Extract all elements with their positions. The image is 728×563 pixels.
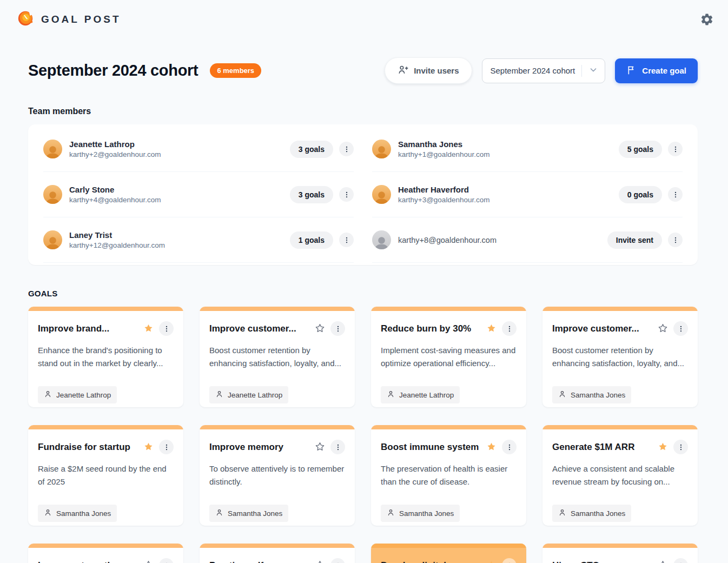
goal-assignee-name: Samantha Jones xyxy=(399,509,454,518)
member-name: Samantha Jones xyxy=(398,140,489,149)
star-icon[interactable] xyxy=(486,323,497,334)
star-icon[interactable] xyxy=(143,441,154,453)
member-info: Samantha Jones karthy+1@goaldenhour.com xyxy=(398,140,489,158)
kebab-menu-icon[interactable] xyxy=(330,558,345,563)
star-icon[interactable] xyxy=(657,441,669,453)
goal-assignee-name: Samantha Jones xyxy=(571,391,625,399)
goal-assignee-name: Jeanette Lathrop xyxy=(399,391,454,399)
goal-assignee-name: Samantha Jones xyxy=(228,509,282,518)
person-icon xyxy=(44,508,52,518)
goal-card-accent-bar xyxy=(542,307,698,311)
goal-card[interactable]: Improve brand... Enh xyxy=(28,307,183,407)
goalpost-clock-logo-icon xyxy=(17,10,34,29)
goal-title: Develop digital... xyxy=(381,560,481,563)
kebab-menu-icon[interactable] xyxy=(330,321,345,336)
goal-card-header: Generate $1M ARR xyxy=(552,440,688,454)
kebab-menu-icon[interactable] xyxy=(673,321,688,336)
goal-card[interactable]: Improve customer... xyxy=(542,307,698,407)
goal-card-body: Fundraise for startup xyxy=(28,429,183,526)
kebab-menu-icon[interactable] xyxy=(330,440,345,454)
goal-card[interactable]: Practice self... xyxy=(200,544,355,563)
team-members-card: Jeanette Lathrop karthy+2@goaldenhour.co… xyxy=(28,124,698,265)
goal-card-body: Improve memory To ob xyxy=(200,429,355,526)
goal-title: Practice self... xyxy=(209,560,309,563)
kebab-menu-icon[interactable] xyxy=(673,558,688,563)
member-goals-badge: 1 goals xyxy=(290,231,333,249)
goal-card[interactable]: Reduce burn by 30% I xyxy=(371,307,526,407)
goal-assignee-chip: Jeanette Lathrop xyxy=(381,386,460,403)
member-row: Samantha Jones karthy+1@goaldenhour.com … xyxy=(372,127,683,172)
member-goals-badge: 3 goals xyxy=(290,186,333,203)
goal-assignee-chip: Jeanette Lathrop xyxy=(209,386,288,403)
goal-card-header: Improve customer... xyxy=(209,321,345,336)
head-actions: Invite users September 2024 cohort xyxy=(385,57,698,84)
member-avatar xyxy=(372,230,391,249)
goal-card-body: Reduce burn by 30% I xyxy=(371,311,526,407)
goal-card[interactable]: Generate $1M ARR Ach xyxy=(542,425,698,526)
member-info: karthy+8@goaldenhour.com xyxy=(398,236,497,244)
kebab-menu-icon[interactable] xyxy=(673,440,688,454)
member-avatar xyxy=(372,185,391,204)
chevron-down-icon xyxy=(588,65,598,76)
kebab-menu-icon[interactable] xyxy=(159,321,174,336)
star-icon[interactable] xyxy=(486,441,497,453)
goal-card-header: Improve memory xyxy=(209,440,345,454)
create-goal-button[interactable]: Create goal xyxy=(615,58,698,83)
star-outline-icon[interactable] xyxy=(143,560,154,563)
goal-card-body: Practice self... xyxy=(200,548,355,563)
star-outline-icon[interactable] xyxy=(657,323,669,334)
goal-card[interactable]: Improve strength xyxy=(28,544,183,563)
goal-card-accent-bar xyxy=(28,544,183,548)
goal-title: Improve memory xyxy=(209,442,309,453)
member-avatar xyxy=(43,185,62,204)
member-name: Heather Haverford xyxy=(398,185,489,194)
goal-card[interactable]: Hire a CTO xyxy=(542,544,698,563)
member-email: karthy+12@goaldenhour.com xyxy=(69,241,165,249)
goal-card[interactable]: Improve memory To ob xyxy=(200,425,355,526)
star-icon[interactable] xyxy=(143,323,154,334)
kebab-menu-icon[interactable] xyxy=(159,440,174,454)
invite-users-button[interactable]: Invite users xyxy=(385,57,472,84)
star-outline-icon[interactable] xyxy=(657,560,669,563)
person-icon xyxy=(387,390,395,400)
goal-card[interactable]: Fundraise for startup xyxy=(28,425,183,526)
goal-card-accent-bar xyxy=(542,544,698,548)
kebab-menu-icon[interactable] xyxy=(339,233,354,247)
kebab-menu-icon[interactable] xyxy=(339,142,354,156)
goal-card-body: Improve strength xyxy=(28,548,183,563)
cohort-select[interactable]: September 2024 cohort xyxy=(482,58,606,83)
select-divider xyxy=(581,65,582,77)
star-outline-icon[interactable] xyxy=(314,441,326,453)
goal-card-header: Improve strength xyxy=(38,558,174,563)
goal-card[interactable]: Boost immune system xyxy=(371,425,526,526)
settings-gear-icon[interactable] xyxy=(700,12,714,27)
kebab-menu-icon[interactable] xyxy=(668,187,683,202)
goal-card-body: Generate $1M ARR Ach xyxy=(542,429,698,526)
goal-title: Boost immune system xyxy=(381,442,481,453)
member-avatar xyxy=(372,140,391,158)
member-info: Carly Stone karthy+4@goaldenhour.com xyxy=(69,185,161,204)
kebab-menu-icon[interactable] xyxy=(339,187,354,202)
member-name: Carly Stone xyxy=(69,185,161,194)
goal-assignee-chip: Samantha Jones xyxy=(552,505,631,522)
star-outline-icon[interactable] xyxy=(314,560,326,563)
star-icon[interactable] xyxy=(486,560,497,563)
member-row-actions: 5 goals xyxy=(619,141,683,158)
member-name: Jeanette Lathrop xyxy=(69,140,161,149)
member-row-actions: 3 goals xyxy=(290,141,354,158)
goal-card-header: Fundraise for startup xyxy=(38,440,174,454)
member-email: karthy+4@goaldenhour.com xyxy=(69,196,161,204)
kebab-menu-icon[interactable] xyxy=(502,558,517,563)
goal-card-body: Improve customer... xyxy=(542,311,698,407)
kebab-menu-icon[interactable] xyxy=(502,321,517,336)
kebab-menu-icon[interactable] xyxy=(668,142,683,156)
goal-card[interactable]: Develop digital... xyxy=(371,544,526,563)
goal-card[interactable]: Improve customer... xyxy=(200,307,355,407)
star-outline-icon[interactable] xyxy=(314,323,326,334)
goal-title: Improve brand... xyxy=(38,323,138,334)
invite-users-label: Invite users xyxy=(414,66,459,75)
kebab-menu-icon[interactable] xyxy=(502,440,517,454)
kebab-menu-icon[interactable] xyxy=(668,233,683,247)
kebab-menu-icon[interactable] xyxy=(159,558,174,563)
flag-icon xyxy=(626,65,637,77)
